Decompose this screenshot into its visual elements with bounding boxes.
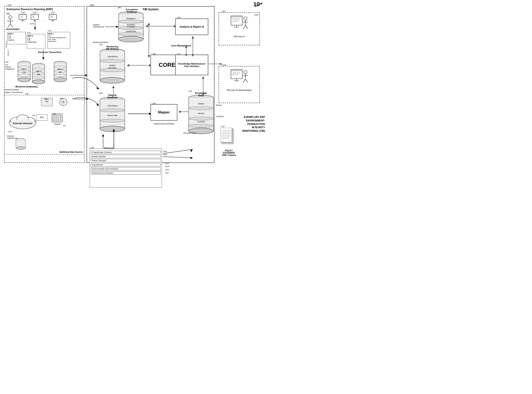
server-logs-area: 137 Server,logs xyxy=(41,98,53,106)
custom-label: (Custom) xyxy=(216,115,224,118)
tim-user1-box: ⌐190 TIM User #1 101a xyxy=(219,12,260,45)
svg-marker-201 xyxy=(112,86,115,88)
svg-point-99 xyxy=(119,32,143,36)
ref-185: 185⌐ xyxy=(118,7,122,9)
svg-marker-125 xyxy=(148,23,150,25)
knowledge-maintenance-label: Knowledge Maintenance/ User Interface xyxy=(176,62,208,67)
arrow-analysis-monitoring xyxy=(191,36,195,57)
svg-text:ERP 2: ERP 2 xyxy=(36,71,41,73)
svg-point-44 xyxy=(32,80,45,84)
extractor-item-5: External Source Extractor xyxy=(91,171,161,175)
ref-101a: 101a xyxy=(254,14,258,16)
monitoring-db-cylinder: Transactions Entities Revisions xyxy=(99,48,126,86)
tim-user2-label: TIM User #2 (Administrator) xyxy=(219,89,259,91)
svg-point-33 xyxy=(18,78,30,82)
tim-user2-box: ⌐101b TIM User #2 (Administrator) xyxy=(219,66,260,103)
arrow-kb-to-core xyxy=(201,76,205,95)
vendor2-label: Vendor 2 xyxy=(7,49,9,56)
svg-text:Default: Default xyxy=(198,103,204,105)
ref-135: 135 xyxy=(32,114,35,116)
extractor-item-4: Environmental Source Extractor xyxy=(91,167,161,171)
ref-165: ⌐165 xyxy=(188,90,192,92)
arrow-staging-to-monitoring xyxy=(111,86,115,98)
support-transactional-erp: Support, Transactional xyxy=(4,91,23,93)
mapper-box: Mapper xyxy=(150,104,177,121)
svg-point-113 xyxy=(100,78,125,83)
ref-190: ⌐190 xyxy=(221,10,225,12)
svg-point-133 xyxy=(100,119,125,122)
exceptions-db-label: ExceptionsDatabase xyxy=(119,8,145,13)
svg-rect-176 xyxy=(231,69,242,79)
svg-text:Exception: Exception xyxy=(127,24,135,26)
actor-label: Actor/Subject xyxy=(6,28,20,30)
dots-dbs: . . . xyxy=(47,66,51,69)
support-transactional-tim: Support,Transactional xyxy=(93,24,104,28)
erp2-box: ERP-2 e.g.HRApplication 114b xyxy=(27,34,45,48)
svg-marker-163 xyxy=(190,157,193,159)
external-networks-cloud: External networks xyxy=(7,111,38,130)
svg-point-97 xyxy=(119,20,143,23)
svg-rect-13 xyxy=(31,14,38,20)
svg-text:Correlation: Correlation xyxy=(127,26,135,28)
svg-point-132 xyxy=(100,109,125,112)
terminals-row: 111a 111b . . . 11 xyxy=(19,11,57,22)
svg-marker-120 xyxy=(127,64,129,67)
svg-marker-154 xyxy=(202,93,204,95)
tim-user1-computer xyxy=(230,15,248,33)
diagram: 10 ⌐110 Enterprise Resource Planning (ER… xyxy=(0,0,266,197)
vendor1-label: Vendor 1 xyxy=(5,41,7,48)
terminal-111b: 111b xyxy=(31,11,39,21)
arrow-extractor-to-kb xyxy=(163,148,194,159)
tim-user1-label: TIM User #1 xyxy=(219,36,259,38)
svg-line-162 xyxy=(163,157,192,158)
actor-ref: 102⌐ xyxy=(6,13,11,15)
monitor-icon-111a xyxy=(19,14,27,21)
svg-point-115 xyxy=(100,68,125,72)
svg-line-174 xyxy=(243,26,245,29)
analysis-report-box: Analysis & Report UI xyxy=(175,19,208,35)
policy-papers-icon xyxy=(221,128,237,148)
svg-rect-7 xyxy=(19,14,26,20)
monitor-icon-111n xyxy=(49,14,57,21)
ref-120: ⌐120 xyxy=(4,61,8,63)
svg-line-6 xyxy=(10,24,13,27)
actor-section: 102⌐ Actor/Subject xyxy=(6,12,20,30)
svg-marker-157 xyxy=(185,54,187,56)
arrow-monitoring-core xyxy=(127,63,152,68)
ref-140: ⌐140 xyxy=(90,147,94,149)
svg-line-5 xyxy=(8,24,10,27)
mapping-data-label: Mapping Data (Ontology) xyxy=(150,123,177,125)
ref-101b: ⌐101b xyxy=(221,64,226,66)
analysis-report-label: Analysis & Report UI xyxy=(180,25,204,28)
svg-marker-126 xyxy=(148,55,150,58)
svg-line-175 xyxy=(245,26,248,29)
erp2-db-cylinder: ERP 2 DB 121b xyxy=(32,63,45,86)
router-area: 133 xyxy=(59,98,68,107)
extractor-item-2: Resync Extractor xyxy=(91,159,161,162)
svg-point-183 xyxy=(244,71,247,74)
db-labels: A/PPayrollEmployees xyxy=(5,64,15,70)
svg-line-186 xyxy=(243,79,245,83)
monitoring-entities-label: Monitoring Entities xyxy=(93,41,108,43)
svg-point-146 xyxy=(189,107,213,110)
svg-marker-28 xyxy=(42,57,44,60)
svg-rect-190 xyxy=(221,128,232,142)
ref-170: ⌐170 xyxy=(176,53,181,55)
svg-text:Revisions: Revisions xyxy=(108,67,117,69)
svg-point-171 xyxy=(244,17,247,20)
ref-130: 130⌐ xyxy=(25,93,29,95)
svg-text:DB: DB xyxy=(59,71,62,73)
ref-167: ⌐167 xyxy=(221,125,225,127)
svg-text:Company: Company xyxy=(197,121,205,123)
svg-marker-1 xyxy=(260,3,262,5)
svg-text:ERP 1: ERP 1 xyxy=(21,68,27,71)
extractor-item-1: Master Extractor xyxy=(91,155,161,158)
arrow-erp-to-db xyxy=(41,49,45,60)
svg-text:DB: DB xyxy=(23,71,26,73)
exemplary-text: EXEMPLARY ERPENVIRONMENT-TRANSACTIONINTE… xyxy=(235,115,265,133)
ref-132: 132 ) xyxy=(8,130,12,133)
person-icon xyxy=(6,15,15,28)
extractor-refs-2: 141c 141d 141e 141f xyxy=(165,162,169,174)
svg-marker-139 xyxy=(178,110,181,113)
erp-ref: ⌐110 xyxy=(7,4,11,6)
